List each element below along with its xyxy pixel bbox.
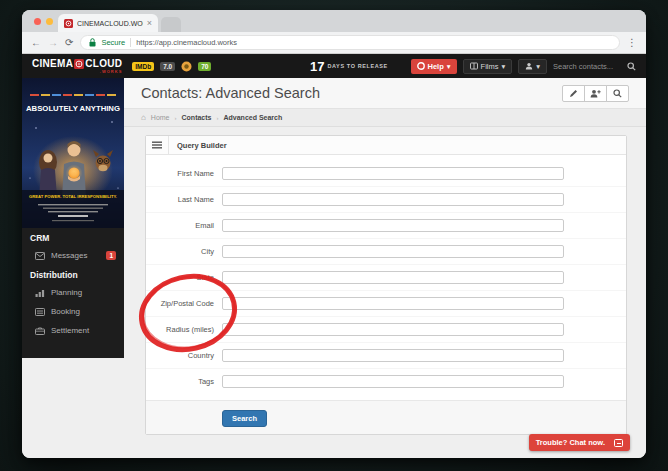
breadcrumb-separator: › [175,115,177,121]
imdb-badge: IMDb [132,62,154,71]
forward-icon[interactable]: → [48,38,58,48]
sidebar-item-booking[interactable]: Booking [22,302,124,321]
browser-tab-bar: CINEMACLOUD.WORKS × [22,10,646,32]
chat-widget[interactable]: Trouble? Chat now. [529,434,630,451]
user-plus-icon [590,89,601,98]
tags-input[interactable] [222,375,564,388]
close-window-button[interactable] [34,18,41,25]
city-input[interactable] [222,245,564,258]
header-button-group [562,85,629,102]
address-bar[interactable]: Secure https://app.cinemacloud.works [80,35,620,50]
film-poster[interactable]: ABSOLUTELY ANYTHING [22,78,124,228]
films-icon [470,62,478,70]
page-header: Contacts: Advanced Search [124,78,646,108]
sidebar-item-label: Messages [51,251,87,260]
search-contacts-input[interactable] [553,62,621,71]
user-caret-icon: ▾ [536,62,540,71]
breadcrumb-advanced-search: Advanced Search [223,114,282,121]
radius-miles-input[interactable] [222,323,564,336]
films-caret-icon: ▾ [501,62,505,71]
bar-chart-icon [35,289,45,297]
pencil-icon [569,89,578,98]
search-icon [613,89,622,98]
help-button[interactable]: Help ▾ [411,59,457,74]
browser-url-bar: ← → ⟳ Secure https://app.cinemacloud.wor… [22,32,646,54]
app-navbar: CINEMA CLOUD .WORKS IMDb 7.0 [22,54,646,78]
briefcase-icon [35,327,45,335]
browser-menu-icon[interactable]: ⋮ [627,37,637,48]
browser-tab[interactable]: CINEMACLOUD.WORKS × [58,14,158,32]
secure-label: Secure [101,38,125,47]
home-icon: ⌂ [141,114,146,122]
sidebar-menu: CRM Messages 1 Distribution [22,228,124,340]
logo-text-left: CINEMA [32,59,73,69]
sidebar-item-planning[interactable]: Planning [22,283,124,302]
annotation-ellipse [126,268,252,360]
form-row: Last Name [146,186,626,212]
films-label: Films [481,62,499,71]
sidebar-item-label: Settlement [51,326,89,335]
search-button[interactable]: Search [222,410,267,427]
page-content: ABSOLUTELY ANYTHING [22,78,646,458]
user-dropdown[interactable]: ▾ [518,59,547,74]
navbar-search-icon[interactable] [627,62,636,71]
email-input[interactable] [222,219,564,232]
sidebar-item-messages[interactable]: Messages 1 [22,246,124,265]
chat-label: Trouble? Chat now. [536,438,605,447]
messages-count-badge: 1 [106,251,116,260]
desktop-background: CINEMACLOUD.WORKS × ← → ⟳ Secure https:/… [0,0,668,471]
sidebar-section-crm: CRM [22,228,124,246]
panel-footer: Search [146,400,626,434]
films-dropdown[interactable]: Films ▾ [463,59,513,74]
tags-label: Tags [146,377,214,386]
sidebar-section-distribution: Distribution [22,265,124,283]
site-favicon [64,19,73,28]
minimize-window-button[interactable] [46,18,53,25]
new-tab-button[interactable] [161,17,181,32]
contact-search-button[interactable] [606,85,629,102]
film-reel-icon [74,59,84,69]
release-countdown: 17 DAYS TO RELEASE [310,54,388,78]
chat-window-icon[interactable] [614,439,623,447]
url-divider [130,38,131,47]
form-row: First Name [146,160,626,186]
page-title: Contacts: Advanced Search [141,85,562,101]
tomato-score-badge: 70 [198,62,211,71]
reload-icon[interactable]: ⟳ [65,38,73,48]
first-name-label: First Name [146,169,214,178]
last-name-input[interactable] [222,193,564,206]
logo-subtitle: .WORKS [100,70,122,74]
logo-text-right: CLOUD [85,59,122,69]
url-text: https://app.cinemacloud.works [136,38,237,47]
poster-tagline: GREAT POWER. TOTAL IRRESPONSIBILITY. [29,194,117,199]
app-logo[interactable]: CINEMA CLOUD .WORKS [32,59,122,74]
form-row: Email [146,212,626,238]
sidebar-item-label: Booking [51,307,80,316]
breadcrumb: ⌂ Home › Contacts › Advanced Search [124,108,646,127]
lock-icon [89,38,96,47]
breadcrumb-contacts[interactable]: Contacts [182,114,212,121]
release-days-label: DAYS TO RELEASE [327,63,387,69]
zip-postal-code-input[interactable] [222,297,564,310]
breadcrumb-home[interactable]: Home [151,114,170,121]
tab-close-icon[interactable]: × [147,19,152,28]
tab-title: CINEMACLOUD.WORKS [77,20,143,27]
state-input[interactable] [222,271,564,284]
sidebar-item-settlement[interactable]: Settlement [22,321,124,340]
add-contact-button[interactable] [584,85,607,102]
edit-button[interactable] [562,85,585,102]
panel-menu-button[interactable] [146,136,169,154]
help-label: Help [428,62,444,71]
back-icon[interactable]: ← [31,38,41,48]
booking-icon [35,308,45,316]
browser-window: CINEMACLOUD.WORKS × ← → ⟳ Secure https:/… [22,10,646,458]
form-row: City [146,238,626,264]
first-name-input[interactable] [222,167,564,180]
poster-title: ABSOLUTELY ANYTHING [26,104,120,113]
rating-icon [181,61,192,72]
sidebar-item-label: Planning [51,288,82,297]
breadcrumb-separator: › [216,115,218,121]
help-caret-icon: ▾ [447,62,451,71]
country-input[interactable] [222,349,564,362]
panel-title: Query Builder [169,136,227,154]
